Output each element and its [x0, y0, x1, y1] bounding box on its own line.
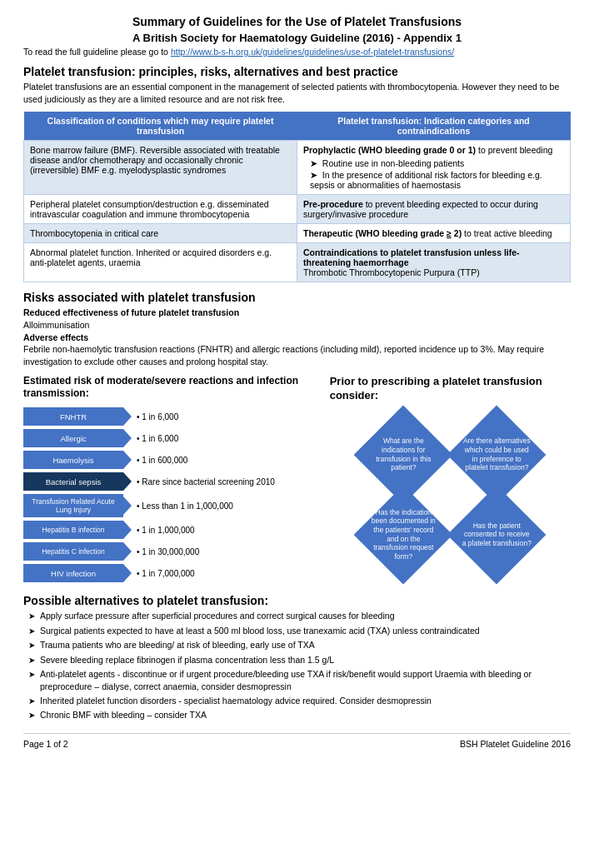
bar-label-hepc: Hepatitis C infection [23, 542, 123, 561]
risks-title: Risks associated with platelet transfusi… [23, 291, 571, 304]
alt-item-1: Apply surface pressure after superficial… [28, 610, 571, 622]
footer: Page 1 of 2 BSH Platelet Guideline 2016 [23, 733, 571, 749]
footer-page: Page 1 of 2 [23, 739, 68, 749]
table-row: Peripheral platelet consumption/destruct… [24, 195, 571, 224]
bar-row-haemolysis: Haemolysis • 1 in 600,000 [23, 451, 318, 469]
diamond-text-bl: Has the indication been documented in th… [368, 500, 438, 570]
bar-value-fnhtr: • 1 in 6,000 [137, 412, 178, 422]
consider-title: Prior to prescribing a platelet transfus… [330, 375, 571, 403]
table-cell-right-1: Prophylactic (WHO bleeding grade 0 or 1)… [297, 141, 571, 195]
bar-row-hiv: HIV infection • 1 in 7,000,000 [23, 564, 318, 582]
bar-value-haemolysis: • 1 in 600,000 [137, 456, 187, 465]
bar-arrow-haemolysis [123, 451, 132, 469]
bar-label-hiv: HIV infection [23, 564, 123, 582]
alt-item-5: Anti-platelet agents - discontinue or if… [28, 668, 571, 691]
bar-value-bacterial: • Rare since bacterial screening 2010 [137, 477, 275, 486]
section1-title: Platelet transfusion: principles, risks,… [23, 65, 571, 78]
guideline-link[interactable]: http://www.b-s-h.org.uk/guidelines/guide… [171, 47, 454, 57]
table-cell-right-2: Pre-procedure to prevent bleeding expect… [297, 195, 571, 224]
alternatives-title: Possible alternatives to platelet transf… [23, 594, 571, 607]
consider-section: Prior to prescribing a platelet transfus… [330, 375, 571, 586]
alt-item-3: Trauma patients who are bleeding/ at ris… [28, 639, 571, 651]
risks-content: Reduced effectiveness of future platelet… [23, 307, 571, 367]
bar-row-hepc: Hepatitis C infection • 1 in 30,000,000 [23, 542, 318, 561]
diamonds-wrapper: What are the indications for transfusion… [358, 412, 542, 578]
alt-item-4: Severe bleeding replace fibrinogen if pl… [28, 654, 571, 666]
bar-arrow-hepb [123, 521, 132, 539]
link-line: To read the full guideline please go to … [23, 47, 571, 57]
diamond-text-tl: What are the indications for transfusion… [368, 420, 438, 490]
footer-guide: BSH Platelet Guideline 2016 [460, 739, 571, 749]
bar-label-haemolysis: Haemolysis [23, 451, 123, 469]
main-title: Summary of Guidelines for the Use of Pla… [23, 15, 571, 28]
bar-arrow-trali [123, 496, 132, 515]
bar-label-bacterial: Bacterial sepsis [23, 472, 123, 491]
table-cell-right-3: Therapeutic (WHO bleeding grade ≥ 2) to … [297, 224, 571, 243]
bar-label-fnhtr: FNHTR [23, 407, 123, 426]
table-header-left: Classification of conditions which may r… [24, 112, 297, 141]
risks-section: Risks associated with platelet transfusi… [23, 291, 571, 367]
two-col-section: Estimated risk of moderate/severe reacti… [23, 375, 571, 586]
estimated-title: Estimated risk of moderate/severe reacti… [23, 375, 318, 401]
alternatives-list: Apply surface pressure after superficial… [28, 610, 571, 721]
table-row: Bone marrow failure (BMF). Reversible as… [24, 141, 571, 195]
bar-value-hepb: • 1 in 1,000,000 [137, 526, 195, 535]
alt-item-6: Inherited platelet function disorders - … [28, 695, 571, 707]
alt-item-2: Surgical patients expected to have at le… [28, 625, 571, 637]
bar-row-bacterial: Bacterial sepsis • Rare since bacterial … [23, 472, 318, 491]
diamond-text-tr: Are there alternatives which could be us… [462, 420, 532, 490]
bar-arrow-hepc [123, 542, 132, 561]
sub-title: A British Society for Haematology Guidel… [23, 32, 571, 44]
table-row: Thrombocytopenia in critical care Therap… [24, 224, 571, 243]
section1-intro: Platelet transfusions are an essential c… [23, 81, 571, 105]
classification-table: Classification of conditions which may r… [23, 112, 571, 282]
diamond-text-br: Has the patient consented to receive a p… [462, 500, 532, 570]
bar-arrow-allergic [123, 429, 132, 447]
table-cell-left-2: Peripheral platelet consumption/destruct… [24, 195, 297, 224]
table-header-right: Platelet transfusion: Indication categor… [297, 112, 571, 141]
table-row: Abnormal platelet function. Inherited or… [24, 243, 571, 282]
bar-arrow-fnhtr [123, 407, 132, 426]
bar-arrow-bacterial [123, 472, 132, 491]
table-cell-left-1: Bone marrow failure (BMF). Reversible as… [24, 141, 297, 195]
bar-value-hiv: • 1 in 7,000,000 [137, 569, 195, 578]
bar-value-hepc: • 1 in 30,000,000 [137, 547, 199, 556]
bar-row-allergic: Allergic • 1 in 6,000 [23, 429, 318, 447]
bar-value-allergic: • 1 in 6,000 [137, 434, 178, 443]
table-cell-right-4: Contraindications to platelet transfusio… [297, 243, 571, 282]
bar-row-fnhtr: FNHTR • 1 in 6,000 [23, 407, 318, 426]
bar-label-trali: Transfusion Related Acute Lung Injury [23, 494, 123, 517]
bar-row-hepb: Hepatitis B infection • 1 in 1,000,000 [23, 521, 318, 539]
bar-label-hepb: Hepatitis B infection [23, 521, 123, 539]
table-cell-left-3: Thrombocytopenia in critical care [24, 224, 297, 243]
bar-value-trali: • Less than 1 in 1,000,000 [137, 501, 233, 511]
bar-label-allergic: Allergic [23, 429, 123, 447]
bar-chart-section: Estimated risk of moderate/severe reacti… [23, 375, 318, 586]
bar-row-trali: Transfusion Related Acute Lung Injury • … [23, 494, 318, 517]
bar-arrow-hiv [123, 564, 132, 582]
alternatives-section: Possible alternatives to platelet transf… [23, 594, 571, 721]
table-cell-left-4: Abnormal platelet function. Inherited or… [24, 243, 297, 282]
alt-item-7: Chronic BMF with bleeding – consider TXA [28, 709, 571, 721]
